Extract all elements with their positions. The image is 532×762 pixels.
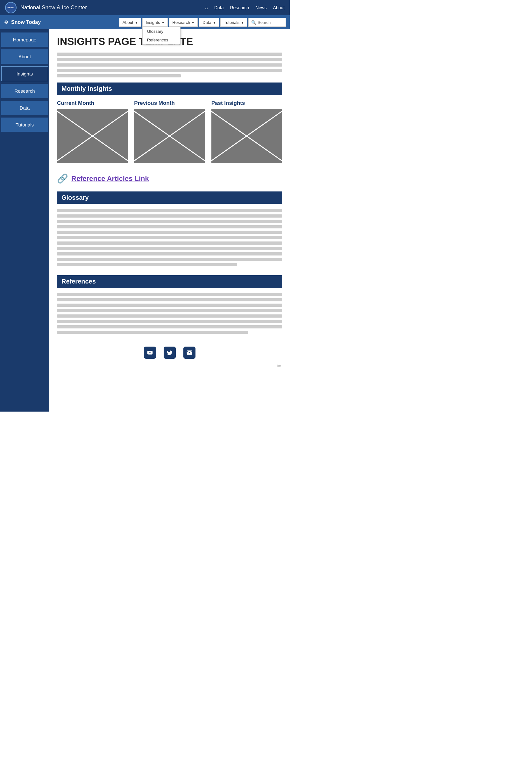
sidebar-item-about[interactable]: About: [1, 49, 48, 64]
insights-dropdown-container: Insights ▾ Glossary References: [142, 18, 168, 27]
gline-3: [57, 220, 282, 223]
main-content: INSIGHTS PAGE TEMPLATE Monthly Insights …: [49, 29, 290, 412]
gline-6: [57, 236, 282, 239]
gline-7: [57, 242, 282, 245]
snow-navbar: ❄ Snow Today About ▾ Insights ▾ Glossary…: [0, 15, 290, 29]
rline-4: [57, 309, 282, 312]
top-nav-about[interactable]: About: [273, 5, 285, 10]
nsidc-logo-text: NSIDC: [7, 6, 15, 9]
sidebar-item-tutorials[interactable]: Tutorials: [1, 117, 48, 132]
insights-dropdown[interactable]: Insights ▾: [142, 18, 168, 27]
sidebar: Homepage About Insights Research Data Tu…: [0, 29, 49, 412]
current-month-image[interactable]: [57, 109, 128, 163]
main-layout: Homepage About Insights Research Data Tu…: [0, 29, 290, 412]
snow-nav-left: ❄ Snow Today: [4, 19, 41, 26]
previous-month-card: Previous Month: [134, 100, 205, 163]
top-nav-news[interactable]: News: [255, 5, 266, 10]
insights-dropdown-menu: Glossary References: [142, 27, 180, 44]
dropdown-references[interactable]: References: [143, 36, 180, 44]
research-dropdown[interactable]: Research ▾: [169, 18, 198, 27]
gline-4: [57, 225, 282, 228]
youtube-svg: [147, 349, 153, 356]
text-line-4: [57, 69, 282, 72]
snowflake-icon: ❄: [4, 19, 9, 26]
glossary-text: [57, 209, 282, 266]
search-input[interactable]: [258, 20, 283, 25]
search-box[interactable]: 🔍: [248, 18, 286, 27]
home-icon[interactable]: ⌂: [205, 5, 208, 10]
email-icon[interactable]: [183, 346, 195, 359]
gline-5: [57, 231, 282, 234]
previous-month-image[interactable]: [134, 109, 205, 163]
gline-10: [57, 258, 282, 261]
rline-2: [57, 298, 282, 301]
top-nav-left: NSIDC National Snow & Ice Center: [5, 2, 87, 13]
ref-link-section: 🔗 Reference Articles Link: [57, 173, 282, 184]
text-line-1: [57, 52, 282, 56]
email-svg: [186, 349, 193, 356]
data-dropdown[interactable]: Data ▾: [199, 18, 219, 27]
gline-11: [57, 263, 237, 266]
nsidc-logo: NSIDC: [5, 2, 17, 13]
tutorials-dropdown[interactable]: Tutorials ▾: [220, 18, 247, 27]
references-text: [57, 293, 282, 334]
snow-today-title: Snow Today: [11, 20, 41, 25]
rline-5: [57, 314, 282, 318]
sidebar-item-data[interactable]: Data: [1, 101, 48, 115]
sidebar-item-insights[interactable]: Insights: [1, 66, 48, 81]
gline-8: [57, 247, 282, 250]
site-title: National Snow & Ice Center: [20, 4, 87, 11]
intro-text: [57, 52, 282, 77]
chain-link-icon: 🔗: [57, 173, 68, 184]
sidebar-item-homepage[interactable]: Homepage: [1, 33, 48, 47]
sidebar-item-research[interactable]: Research: [1, 84, 48, 98]
top-nav-data[interactable]: Data: [214, 5, 224, 10]
top-nav-research[interactable]: Research: [230, 5, 249, 10]
gline-1: [57, 209, 282, 212]
insights-cards: Current Month Previous Month Past Insigh…: [57, 100, 282, 163]
past-insights-title: Past Insights: [211, 100, 282, 107]
snow-nav-dropdowns: About ▾ Insights ▾ Glossary References R…: [119, 18, 286, 27]
ref-articles-link[interactable]: Reference Articles Link: [71, 175, 149, 183]
rline-6: [57, 320, 282, 323]
twitter-icon[interactable]: [164, 346, 176, 359]
rline-3: [57, 304, 282, 307]
footer: [57, 339, 282, 364]
references-header: References: [57, 275, 282, 288]
search-icon: 🔍: [251, 20, 256, 25]
gline-2: [57, 214, 282, 218]
previous-month-title: Previous Month: [134, 100, 205, 107]
glossary-header: Glossary: [57, 191, 282, 204]
gline-9: [57, 252, 282, 256]
twitter-svg: [166, 349, 173, 356]
text-line-5: [57, 74, 181, 77]
youtube-icon[interactable]: [144, 346, 156, 359]
text-line-3: [57, 63, 282, 67]
dropdown-glossary[interactable]: Glossary: [143, 27, 180, 36]
monthly-insights-header: Monthly Insights: [57, 83, 282, 95]
about-dropdown[interactable]: About ▾: [119, 18, 141, 27]
rline-8: [57, 331, 248, 334]
current-month-card: Current Month: [57, 100, 128, 163]
top-nav-links: ⌂ Data Research News About: [205, 5, 285, 10]
past-insights-image[interactable]: [211, 109, 282, 163]
current-month-title: Current Month: [57, 100, 128, 107]
past-insights-card: Past Insights: [211, 100, 282, 163]
rline-7: [57, 325, 282, 329]
text-line-2: [57, 58, 282, 61]
miro-label: miro: [57, 364, 282, 368]
top-navbar: NSIDC National Snow & Ice Center ⌂ Data …: [0, 0, 290, 15]
rline-1: [57, 293, 282, 296]
